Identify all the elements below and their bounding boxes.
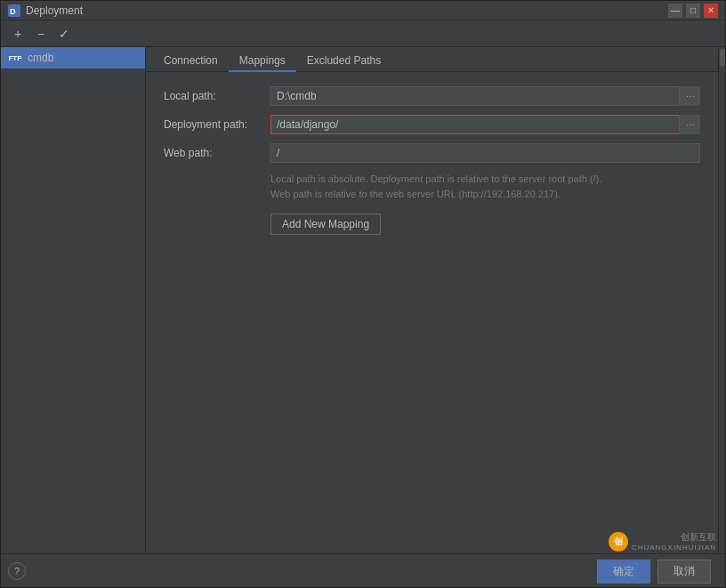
add-new-mapping-button[interactable]: Add New Mapping xyxy=(270,213,381,235)
add-server-button[interactable]: + xyxy=(8,24,28,44)
local-path-browse-button[interactable]: ⋯ xyxy=(679,86,700,106)
right-panel: Connection Mappings Excluded Paths Local… xyxy=(146,47,718,553)
web-path-input[interactable] xyxy=(270,143,700,163)
deployment-path-browse-button[interactable]: ⋯ xyxy=(679,115,700,134)
bottom-bar: 确定 取消 xyxy=(1,553,725,588)
minimize-button[interactable]: — xyxy=(668,4,682,18)
folder-icon: ⋯ xyxy=(686,120,695,130)
local-path-input-wrapper: ⋯ xyxy=(270,86,700,106)
folder-icon: ⋯ xyxy=(686,92,695,101)
remove-server-button[interactable]: − xyxy=(31,24,51,44)
svg-text:D: D xyxy=(10,7,16,16)
confirm-button[interactable]: ✓ xyxy=(54,24,74,44)
local-path-input[interactable] xyxy=(270,86,700,106)
sidebar: FTP cmdb xyxy=(1,47,146,553)
deployment-path-input-wrapper: ⋯ xyxy=(270,115,700,134)
cancel-button[interactable]: 取消 xyxy=(657,560,711,584)
sidebar-item-cmdb[interactable]: FTP cmdb xyxy=(1,47,145,68)
web-path-input-wrapper xyxy=(270,143,700,163)
title-bar: D Deployment — □ ✕ xyxy=(1,1,725,20)
help-text: Local path is absolute. Deployment path … xyxy=(164,172,700,201)
close-button[interactable]: ✕ xyxy=(704,4,718,18)
content-area: FTP cmdb Connection Mappings Excluded xyxy=(1,47,725,553)
local-path-label: Local path: xyxy=(164,90,270,102)
tab-mappings[interactable]: Mappings xyxy=(229,51,296,72)
app-icon: D xyxy=(8,4,20,17)
main-container: + − ✓ FTP cmdb Connection xyxy=(1,20,725,588)
web-path-label: Web path: xyxy=(164,147,270,159)
local-path-row: Local path: ⋯ xyxy=(164,86,700,106)
help-text-line2: Web path is relative to the web server U… xyxy=(270,187,700,202)
tabs-bar: Connection Mappings Excluded Paths xyxy=(146,47,718,72)
help-button[interactable]: ? xyxy=(8,562,26,580)
web-path-row: Web path: xyxy=(164,143,700,163)
ftp-server-icon: FTP xyxy=(8,51,22,65)
window-controls: — □ ✕ xyxy=(668,4,718,18)
maximize-button[interactable]: □ xyxy=(686,4,700,18)
ok-button[interactable]: 确定 xyxy=(597,560,650,584)
scrollbar-track xyxy=(718,47,725,553)
sidebar-item-label: cmdb xyxy=(28,52,53,64)
tab-content-mappings: Local path: ⋯ Deployment path: xyxy=(146,72,718,553)
deployment-path-input[interactable] xyxy=(270,115,700,134)
deployment-path-row: Deployment path: ⋯ xyxy=(164,115,700,134)
window-title: Deployment xyxy=(26,4,668,17)
tab-excluded-paths[interactable]: Excluded Paths xyxy=(296,51,391,72)
deployment-path-label: Deployment path: xyxy=(164,118,270,131)
tab-connection[interactable]: Connection xyxy=(153,51,229,72)
scrollbar-thumb[interactable] xyxy=(720,49,725,67)
help-text-line1: Local path is absolute. Deployment path … xyxy=(270,172,700,187)
toolbar: + − ✓ xyxy=(1,20,725,47)
app-window: D Deployment — □ ✕ + − ✓ FTP cmdb xyxy=(0,0,726,588)
